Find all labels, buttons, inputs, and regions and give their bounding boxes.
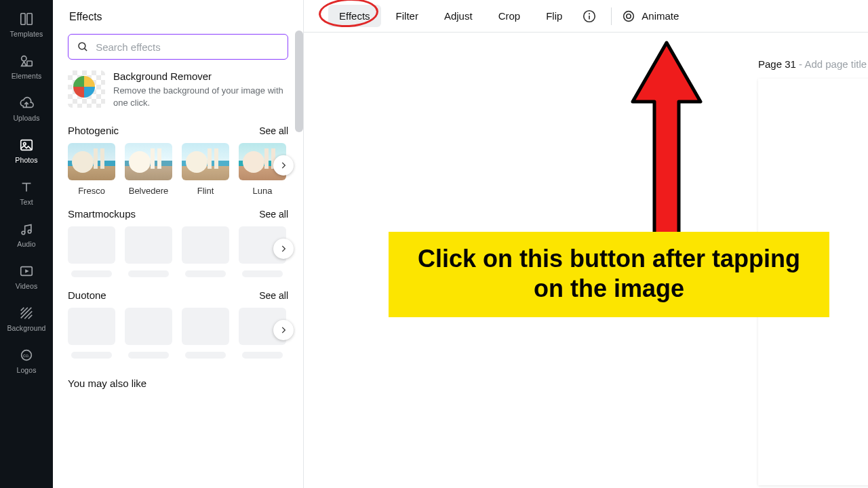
- chevron-right-icon: [279, 244, 288, 253]
- scroll-right-button[interactable]: [273, 155, 294, 176]
- page-title-label[interactable]: Page 31 - Add page title: [758, 58, 867, 70]
- tab-effects[interactable]: Effects: [328, 5, 381, 27]
- divider: [611, 7, 612, 25]
- svg-rect-0: [21, 14, 25, 25]
- uploads-icon: [18, 95, 35, 111]
- animate-icon: [621, 9, 636, 24]
- scrollbar-thumb[interactable]: [295, 30, 303, 132]
- animate-button[interactable]: Animate: [621, 9, 679, 24]
- rail-label: Videos: [16, 282, 38, 290]
- tab-filter[interactable]: Filter: [385, 5, 429, 27]
- svg-point-2: [22, 56, 26, 61]
- effect-placeholder[interactable]: [125, 308, 172, 359]
- scroll-right-button[interactable]: [273, 239, 294, 259]
- image-edit-toolbar: Effects Filter Adjust Crop Flip Animate: [304, 0, 868, 33]
- effects-panel: Effects Background Remover Remove the ba…: [53, 0, 304, 488]
- page-sep: -: [796, 58, 805, 70]
- rail-item-text[interactable]: Text: [0, 172, 53, 214]
- svg-rect-1: [27, 14, 32, 25]
- chevron-right-icon: [279, 325, 288, 335]
- effect-fresco[interactable]: Fresco: [68, 143, 115, 196]
- rail-item-elements[interactable]: Elements: [0, 46, 53, 88]
- svg-text:co.: co.: [23, 352, 30, 359]
- effect-flint[interactable]: Flint: [182, 143, 229, 196]
- rail-label: Audio: [17, 240, 35, 248]
- tab-flip[interactable]: Flip: [535, 5, 573, 27]
- section-title: Duotone: [68, 289, 106, 301]
- videos-icon: [18, 263, 35, 279]
- effect-placeholder[interactable]: [68, 308, 115, 359]
- effect-placeholder[interactable]: [68, 226, 115, 277]
- effect-label: Belvedere: [129, 186, 169, 196]
- rail-item-background[interactable]: Background: [0, 298, 53, 340]
- you-may-also-like: You may also like: [53, 368, 303, 399]
- page-number: Page 31: [758, 58, 796, 70]
- rail-item-audio[interactable]: Audio: [0, 214, 53, 256]
- photos-icon: [18, 137, 35, 153]
- rail-label: Text: [20, 198, 33, 206]
- background-remover-card[interactable]: Background Remover Remove the background…: [68, 69, 288, 110]
- bgremover-desc: Remove the background of your image with…: [113, 85, 288, 108]
- audio-icon: [18, 221, 35, 237]
- background-icon: [18, 305, 35, 321]
- main-area: Effects Filter Adjust Crop Flip Animate …: [304, 0, 868, 488]
- rail-label: Elements: [12, 72, 42, 80]
- svg-point-5: [23, 142, 26, 145]
- effect-placeholder[interactable]: [182, 308, 229, 359]
- see-all-link[interactable]: See all: [259, 125, 288, 136]
- tab-adjust[interactable]: Adjust: [433, 5, 484, 27]
- section-title: Smartmockups: [68, 208, 136, 220]
- rail-label: Templates: [10, 30, 43, 38]
- search-effects-input[interactable]: [68, 34, 288, 60]
- effect-label: Flint: [197, 186, 214, 196]
- rail-item-videos[interactable]: Videos: [0, 256, 53, 298]
- text-icon: [18, 179, 35, 195]
- rail-label: Background: [7, 324, 45, 332]
- effect-placeholder[interactable]: [182, 226, 229, 277]
- section-smartmockups: Smartmockups See all: [53, 205, 303, 287]
- rail-label: Logos: [16, 366, 36, 374]
- svg-point-13: [589, 13, 590, 14]
- svg-point-11: [79, 43, 85, 49]
- info-icon: [582, 9, 597, 24]
- annotation-arrow: [626, 37, 707, 241]
- svg-point-14: [624, 11, 634, 21]
- chevron-right-icon: [279, 161, 288, 170]
- section-photogenic: Photogenic See all Fresco Belvedere Flin…: [53, 122, 303, 205]
- section-duotone: Duotone See all: [53, 287, 303, 368]
- effect-label: Fresco: [78, 186, 105, 196]
- annotation-callout: Click on this button after tapping on th…: [389, 232, 829, 317]
- templates-icon: [18, 11, 35, 27]
- effect-belvedere[interactable]: Belvedere: [125, 143, 172, 196]
- rail-item-uploads[interactable]: Uploads: [0, 88, 53, 130]
- svg-point-15: [627, 14, 631, 18]
- svg-rect-3: [27, 61, 32, 66]
- section-title: Photogenic: [68, 125, 119, 136]
- rail-item-templates[interactable]: Templates: [0, 4, 53, 46]
- search-field[interactable]: [96, 41, 279, 53]
- see-all-link[interactable]: See all: [259, 209, 288, 220]
- effect-label: Luna: [253, 186, 273, 196]
- see-all-link[interactable]: See all: [259, 290, 288, 301]
- left-nav-rail: Templates Elements Uploads Photos Text A…: [0, 0, 53, 488]
- rail-item-logos[interactable]: co. Logos: [0, 340, 53, 382]
- elements-icon: [18, 53, 35, 69]
- pane-title: Effects: [53, 0, 303, 28]
- animate-label: Animate: [642, 10, 679, 22]
- tab-crop[interactable]: Crop: [488, 5, 532, 27]
- scroll-right-button[interactable]: [273, 320, 294, 340]
- bgremover-title: Background Remover: [113, 70, 288, 82]
- logos-icon: co.: [18, 347, 35, 363]
- search-icon: [77, 40, 89, 54]
- rail-item-photos[interactable]: Photos: [0, 130, 53, 172]
- info-button[interactable]: [581, 8, 597, 24]
- effect-placeholder[interactable]: [125, 226, 172, 277]
- rail-label: Photos: [15, 156, 37, 164]
- bgremover-thumb: [68, 70, 105, 108]
- rail-label: Uploads: [13, 114, 39, 122]
- page-title-placeholder: Add page title: [804, 58, 867, 70]
